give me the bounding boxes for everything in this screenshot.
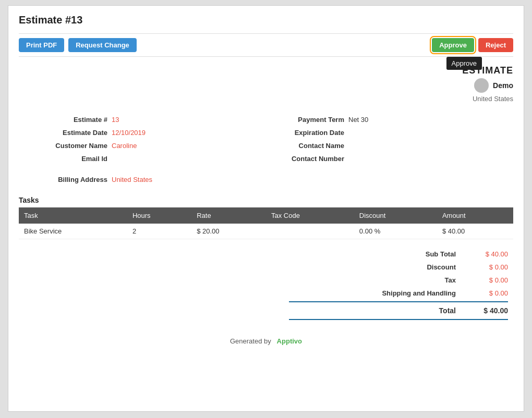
shipping-row: Shipping and Handling $ 0.00 [289,287,508,300]
col-task: Task [19,207,127,224]
sub-total-row: Sub Total $ 40.00 [289,248,508,261]
right-fields: Payment Term Net 30 Expiration Date Cont… [276,113,492,165]
billing-address-label: Billing Address [40,176,107,183]
tasks-table-body: Bike Service 2 $ 20.00 0.00 % $ 40.00 [19,224,513,239]
discount-row: Discount $ 0.00 [289,261,508,274]
print-pdf-button[interactable]: Print PDF [19,38,64,52]
customer-name-row: Customer Name Caroline [40,139,256,152]
totals-divider [289,301,508,302]
tasks-section: Tasks Task Hours Rate Tax Code Discount … [19,196,513,239]
discount-label: Discount [289,263,466,271]
sub-total-value: $ 40.00 [466,250,508,258]
left-fields: Estimate # 13 Estimate Date 12/10/2019 C… [40,113,256,165]
tax-label: Tax [289,276,466,284]
billing-address-value: United States [112,176,152,183]
reject-button[interactable]: Reject [478,38,513,52]
expiration-date-row: Expiration Date [276,126,492,139]
table-row: Bike Service 2 $ 20.00 0.00 % $ 40.00 [19,224,513,239]
total-value: $ 40.00 [466,306,508,315]
shipping-value: $ 0.00 [466,289,508,297]
estimate-number-label: Estimate # [40,116,107,124]
toolbar: Print PDF Request Change Approve Reject … [19,33,513,57]
company-country: United States [409,95,513,103]
total-row: Total $ 40.00 [289,304,508,317]
contact-name-row: Contact Name [276,139,492,152]
page-container: Estimate #13 Print PDF Request Change Ap… [8,5,524,412]
customer-name-label: Customer Name [40,142,107,150]
toolbar-right: Approve Reject Approve [432,38,513,52]
email-id-row: Email Id [40,152,256,165]
expiration-date-label: Expiration Date [276,129,344,137]
company-avatar [474,78,489,93]
estimate-date-label: Estimate Date [40,129,107,137]
payment-term-label: Payment Term [276,116,344,124]
col-tax-code: Tax Code [266,207,354,224]
company-name: Demo [493,81,513,90]
request-change-button[interactable]: Request Change [68,38,137,52]
toolbar-left: Print PDF Request Change [19,38,137,52]
cell-tax-code [266,224,354,239]
col-hours: Hours [127,207,191,224]
estimate-card: ESTIMATE Demo United States [409,65,513,103]
billing-section: Billing Address United States [19,176,513,183]
cell-hours: 2 [127,224,191,239]
cell-amount: $ 40.00 [437,224,513,239]
tasks-title: Tasks [19,196,513,204]
estimate-number-value: 13 [112,116,119,124]
payment-term-row: Payment Term Net 30 [276,113,492,126]
generated-by-text: Generated by [230,337,271,345]
col-rate: Rate [191,207,266,224]
col-amount: Amount [437,207,513,224]
estimate-company: Demo [409,78,513,93]
estimate-date-value: 12/10/2019 [112,129,146,137]
contact-name-label: Contact Name [276,142,344,150]
brand-name: Apptivo [277,337,302,345]
sub-total-label: Sub Total [289,250,466,258]
discount-value: $ 0.00 [466,263,508,271]
estimate-number-row: Estimate # 13 [40,113,256,126]
tasks-table: Task Hours Rate Tax Code Discount Amount… [19,207,513,239]
contact-number-label: Contact Number [276,155,344,163]
approve-tooltip: Approve [446,57,482,70]
tasks-table-header-row: Task Hours Rate Tax Code Discount Amount [19,207,513,224]
cell-task: Bike Service [19,224,127,239]
email-id-label: Email Id [40,155,107,163]
footer: Generated by Apptivo [19,337,513,345]
totals-divider-bottom [289,319,508,320]
approve-button[interactable]: Approve [432,38,474,52]
col-discount: Discount [354,207,437,224]
page-title: Estimate #13 [19,14,513,26]
info-grid: Estimate # 13 Estimate Date 12/10/2019 C… [19,113,513,165]
contact-number-row: Contact Number [276,152,492,165]
payment-term-value: Net 30 [348,116,368,124]
customer-name-value: Caroline [112,142,137,150]
cell-rate: $ 20.00 [191,224,266,239]
tax-value: $ 0.00 [466,276,508,284]
estimate-header: ESTIMATE Demo United States [19,65,513,103]
total-label: Total [289,306,466,315]
cell-discount: 0.00 % [354,224,437,239]
tax-row: Tax $ 0.00 [289,274,508,287]
tasks-table-head: Task Hours Rate Tax Code Discount Amount [19,207,513,224]
estimate-date-row: Estimate Date 12/10/2019 [40,126,256,139]
totals-section: Sub Total $ 40.00 Discount $ 0.00 Tax $ … [19,248,513,322]
shipping-label: Shipping and Handling [289,289,466,297]
